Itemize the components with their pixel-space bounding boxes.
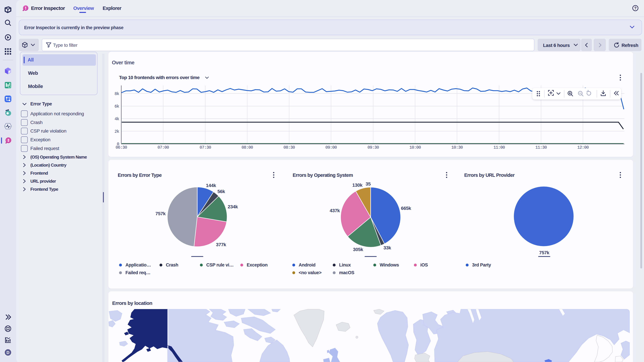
svg-text:07:30: 07:30 xyxy=(200,145,211,150)
svg-text:10:00: 10:00 xyxy=(410,145,421,150)
svg-text:06:30: 06:30 xyxy=(116,145,127,150)
svg-text:2k: 2k xyxy=(114,129,119,134)
svg-text:11:30: 11:30 xyxy=(535,145,547,150)
svg-text:09:30: 09:30 xyxy=(368,145,379,150)
svg-text:305k: 305k xyxy=(353,247,363,252)
svg-text:130k: 130k xyxy=(352,183,362,188)
svg-text:D: D xyxy=(6,350,10,355)
svg-text:8k: 8k xyxy=(114,91,119,96)
svg-text:08:30: 08:30 xyxy=(284,145,295,150)
svg-text:4k: 4k xyxy=(114,117,119,121)
svg-text:35: 35 xyxy=(366,181,371,187)
svg-text:56k: 56k xyxy=(217,189,225,194)
svg-text:377k: 377k xyxy=(216,242,226,247)
svg-text:665k: 665k xyxy=(401,206,411,211)
svg-text:07:00: 07:00 xyxy=(158,145,169,150)
svg-text:6k: 6k xyxy=(114,104,119,109)
svg-text:09:00: 09:00 xyxy=(325,145,337,150)
svg-text:?: ? xyxy=(634,6,636,10)
svg-text:08:00: 08:00 xyxy=(242,145,253,150)
svg-text:10:30: 10:30 xyxy=(451,145,463,150)
svg-text:11:00: 11:00 xyxy=(494,145,505,150)
svg-text:12:00: 12:00 xyxy=(577,145,589,150)
svg-text:757k: 757k xyxy=(539,250,550,255)
svg-text:757k: 757k xyxy=(156,211,166,216)
svg-text:234k: 234k xyxy=(228,204,238,209)
svg-text:437k: 437k xyxy=(330,208,340,213)
svg-text:33k: 33k xyxy=(384,245,391,250)
svg-text:144k: 144k xyxy=(206,183,216,188)
